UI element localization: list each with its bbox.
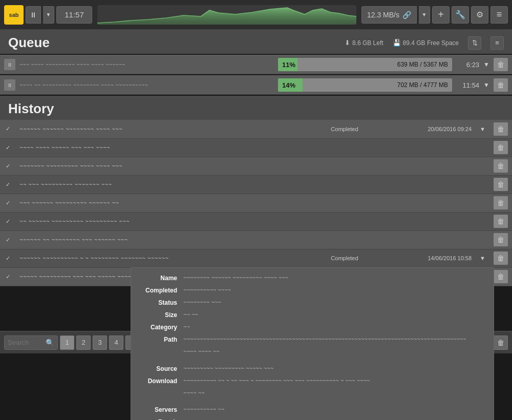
queue-item: ⏸ ~~~~ ~~ ~~~~~~~~~ ~~~~~~~~ ~~~~ ~~~~~~…	[0, 75, 512, 95]
detail-download-value2: ~~~~ ~~	[183, 389, 487, 397]
history-header: History	[0, 96, 512, 120]
history-row: ✓ ~~~~ ~~~~ ~~~~~ ~~~ ~~~ ~~~~ 🗑	[0, 138, 512, 157]
detail-name-value: ~~~~~~~~ ~~~~~~ ~~~~~~~~~ ~~~~ ~~~	[183, 274, 487, 283]
add-button[interactable]: +	[432, 6, 450, 24]
detail-category-row: Category ~~	[131, 321, 494, 333]
queue-meta: ⬇ 8.6 GB Left 💾 89.4 GB Free Space ⇅ ≡	[345, 36, 504, 50]
gear-button[interactable]: ⚙	[471, 6, 488, 24]
detail-repair-value: ~~~~~~~~~ ~~~~~~ ~~~~~~ ~~~~ ~~~~~ ~~~~ …	[183, 417, 487, 420]
queue-item-name: ~~~~ ~~ ~~~~~~~~~ ~~~~~~~~ ~~~~ ~~~~~~~~…	[19, 82, 274, 88]
history-row-delete-button[interactable]: 🗑	[494, 141, 508, 154]
queue-item-dropdown[interactable]: ▼	[483, 81, 489, 89]
history-section: ✓ ~~~~~~ ~~~~~~ ~~~~~~~~ ~~~~ ~~~ Comple…	[0, 120, 512, 286]
logo: sab	[4, 5, 24, 25]
history-row: ✓ ~~ ~~~ ~~~~~~~~~ ~~~~~~~ ~~~ 🗑	[0, 175, 512, 194]
history-row-delete-button[interactable]: 🗑	[494, 251, 508, 265]
speed-display: 12.3 MB/s 🔗	[361, 6, 417, 24]
history-detail-popup: Name ~~~~~~~~ ~~~~~~ ~~~~~~~~~ ~~~~ ~~~ …	[131, 267, 494, 420]
history-row-delete-button[interactable]: 🗑	[494, 159, 508, 173]
pause-dropdown-button[interactable]: ▼	[43, 6, 54, 24]
detail-status-value: ~~~~~~~~ ~~~	[183, 298, 487, 307]
history-row: ✓ ~~~~~~ ~~~~~~ ~~~~~~~~ ~~~~ ~~~ Comple…	[0, 120, 512, 138]
sort-button[interactable]: ⇅	[468, 36, 481, 50]
detail-path-row2: ~~~~ ~~~~ ~~	[131, 346, 494, 358]
queue-menu-button[interactable]: ≡	[490, 36, 504, 50]
time-display: 11:57	[56, 6, 92, 24]
page-button-1[interactable]: 1	[60, 335, 74, 350]
queue-list: ⏸ ~~~ ~~~~ ~~~~~~~~~ ~~~~ ~~~~ ~~~~~~ 11…	[0, 55, 512, 95]
speed-graph	[97, 5, 356, 25]
detail-name-label: Name	[137, 274, 183, 283]
detail-source-row: Source ~~~~~~~~~ ~~~~~~~~~ ~~~~~ ~~~	[131, 363, 494, 375]
queue-item-time: 6:23	[456, 61, 479, 69]
detail-status-row: Status ~~~~~~~~ ~~~	[131, 297, 494, 309]
footer-delete-button[interactable]: 🗑	[494, 335, 508, 350]
progress-percent: 11%	[282, 61, 295, 69]
page-button-3[interactable]: 3	[93, 335, 107, 350]
pause-button[interactable]: ⏸	[26, 6, 41, 24]
free-space-label: ⬇ 8.6 GB Left	[345, 39, 383, 47]
topbar: sab ⏸ ▼ 11:57 12.3 MB/s 🔗 ▼	[0, 0, 512, 30]
queue-header: Queue ⬇ 8.6 GB Left 💾 89.4 GB Free Space…	[0, 30, 512, 54]
queue-item-time: 11:54	[456, 81, 479, 89]
queue-item-delete-button[interactable]: 🗑	[494, 58, 508, 71]
queue-item-dropdown[interactable]: ▼	[483, 61, 489, 68]
history-row-delete-button[interactable]: 🗑	[494, 270, 508, 283]
detail-category-label: Category	[137, 323, 183, 332]
search-input[interactable]	[8, 339, 44, 346]
history-row-delete-button[interactable]: 🗑	[494, 196, 508, 209]
detail-status-label: Status	[137, 298, 183, 307]
detail-repair-label: Repair	[137, 417, 183, 420]
search-icon: 🔍	[46, 339, 54, 347]
detail-repair-row: Repair ~~~~~~~~~ ~~~~~~ ~~~~~~ ~~~~ ~~~~…	[131, 416, 494, 420]
history-row: ✓ ~~~~~~ ~~~~~~~~~~ ~ ~ ~~~~~~~~ ~~~~~~~…	[0, 249, 512, 267]
detail-download-row2: ~~~~ ~~	[131, 387, 494, 399]
detail-completed-label: Completed	[137, 286, 183, 295]
queue-item-progress: 11% 639 MB / 5367 MB	[278, 58, 452, 71]
queue-item: ⏸ ~~~ ~~~~ ~~~~~~~~~ ~~~~ ~~~~ ~~~~~~ 11…	[0, 55, 512, 74]
queue-item-name: ~~~ ~~~~ ~~~~~~~~~ ~~~~ ~~~~ ~~~~~~	[19, 62, 274, 68]
history-row: ✓ ~~~ ~~~~~~ ~~~~~~~~~ ~~~~~~ ~~ 🗑	[0, 194, 512, 212]
page-button-2[interactable]: 2	[76, 335, 91, 350]
history-row-delete-button[interactable]: 🗑	[494, 178, 508, 191]
detail-completed-value: ~~~~~~~~~~ ~~~~	[183, 286, 487, 295]
queue-item-progress: 14% 702 MB / 4777 MB	[278, 78, 452, 92]
queue-title: Queue	[8, 35, 50, 51]
progress-percent: 14%	[282, 81, 295, 89]
wrench-button[interactable]: 🔧	[452, 6, 469, 24]
detail-source-value: ~~~~~~~~~ ~~~~~~~~~ ~~~~~ ~~~	[183, 364, 487, 373]
menu-button[interactable]: ≡	[490, 6, 508, 24]
history-row: ✓ ~~~~~~~ ~~~~~~~~~ ~~~~ ~~~~ ~~~ 🗑	[0, 157, 512, 175]
history-row-dropdown[interactable]: ▼	[476, 120, 489, 138]
queue-item-delete-button[interactable]: 🗑	[494, 78, 508, 92]
detail-path-value: ~~~~~~~~~~~~~~~~~~~~~~~~~~~~~~~~~~~~~~~~…	[183, 335, 487, 344]
detail-path-value2: ~~~~ ~~~~ ~~	[183, 347, 487, 356]
detail-size-value: ~~ ~~	[183, 310, 487, 320]
detail-servers-row: Servers ~~~~~~~~~~ ~~	[131, 404, 494, 416]
detail-name-row: Name ~~~~~~~~ ~~~~~~ ~~~~~~~~~ ~~~~ ~~~	[131, 272, 494, 284]
detail-source-label: Source	[137, 364, 183, 373]
progress-sizes: 639 MB / 5367 MB	[397, 61, 448, 68]
progress-sizes: 702 MB / 4777 MB	[397, 81, 448, 89]
detail-category-value: ~~	[183, 323, 487, 332]
detail-servers-label: Servers	[137, 405, 183, 414]
detail-download-value: ~~~~~~~~~~ ~~ ~ ~~ ~~~ ~ ~~~~~~~~ ~~~ ~~…	[183, 376, 487, 386]
detail-size-label: Size	[137, 310, 183, 320]
history-row-delete-button[interactable]: 🗑	[494, 122, 508, 136]
history-table: ✓ ~~~~~~ ~~~~~~ ~~~~~~~~ ~~~~ ~~~ Comple…	[0, 120, 512, 286]
history-row-delete-button[interactable]: 🗑	[494, 233, 508, 246]
detail-completed-row: Completed ~~~~~~~~~~ ~~~~	[131, 284, 494, 297]
disk-space-label: 💾 89.4 GB Free Space	[393, 39, 459, 47]
history-row-name: ~~~~~~ ~~~~~~ ~~~~~~~~ ~~~~ ~~~	[15, 120, 311, 138]
history-row: ✓ ~~~~~~ ~~ ~~~~~~~~ ~~~ ~~~~~~ ~~~ 🗑	[0, 230, 512, 249]
search-box: 🔍	[4, 335, 58, 350]
detail-size-row: Size ~~ ~~	[131, 309, 494, 321]
queue-item-pause-button[interactable]: ⏸	[4, 79, 15, 91]
speed-dropdown-button[interactable]: ▼	[419, 6, 430, 24]
history-title: History	[8, 101, 54, 116]
history-row-status: Completed	[311, 120, 378, 138]
page-button-4[interactable]: 4	[109, 335, 123, 350]
queue-item-pause-button[interactable]: ⏸	[4, 59, 15, 70]
history-row-date: 20/06/2016 09:24	[378, 120, 476, 138]
history-row-delete-button[interactable]: 🗑	[494, 215, 508, 228]
